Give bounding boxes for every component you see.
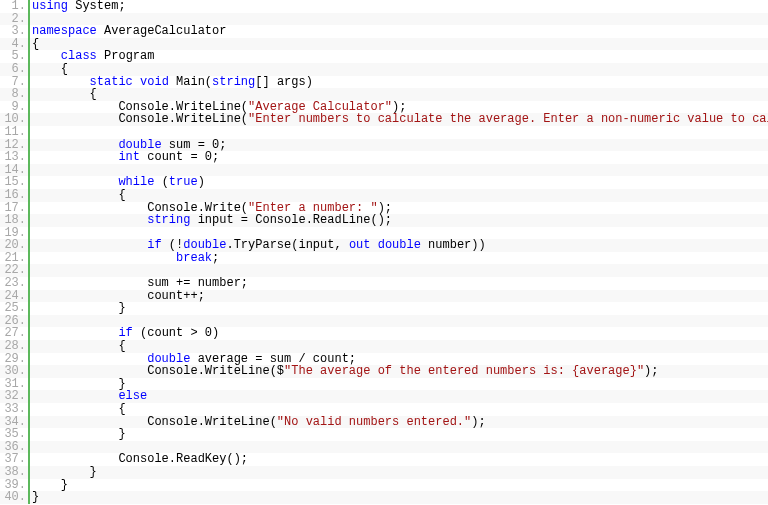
line-content: class Program [30,50,768,63]
code-token: } [32,490,39,504]
line-number: 30. [0,365,30,378]
line-content: } [30,479,768,492]
line-content: int count = 0; [30,151,768,164]
code-line: 5. class Program [0,50,768,63]
code-token: input = Console.ReadLine(); [190,213,392,227]
code-line: 3.namespace AverageCalculator [0,25,768,38]
line-content: if (count > 0) [30,327,768,340]
line-content: namespace AverageCalculator [30,25,768,38]
code-token: AverageCalculator [97,24,227,38]
code-token [32,251,176,265]
line-number: 40. [0,491,30,504]
code-line: 39. } [0,479,768,492]
code-line: 10. Console.WriteLine("Enter numbers to … [0,113,768,126]
code-token: (count > 0) [133,326,219,340]
code-token: string [212,75,255,89]
line-number: 16. [0,189,30,202]
code-editor: 1.using System;2.3.namespace AverageCalc… [0,0,768,504]
line-content: } [30,428,768,441]
code-token: ( [154,175,168,189]
code-token: ) [198,175,205,189]
line-content: Console.WriteLine("No valid numbers ente… [30,416,768,429]
line-content: using System; [30,0,768,13]
code-token: ; [212,251,219,265]
code-token: ); [644,364,658,378]
code-token: number)) [421,238,486,252]
code-token [32,150,118,164]
code-token [370,238,377,252]
line-number: 8. [0,88,30,101]
code-token: true [169,175,198,189]
code-line: 38. } [0,466,768,479]
line-content: Console.WriteLine("Enter numbers to calc… [30,113,768,126]
line-number: 1. [0,0,30,13]
code-token: ); [471,415,485,429]
line-content: Console.ReadKey(); [30,453,768,466]
code-line: 7. static void Main(string[] args) [0,76,768,89]
line-content: } [30,491,768,504]
line-content: Console.WriteLine($"The average of the e… [30,365,768,378]
code-line: 37. Console.ReadKey(); [0,453,768,466]
code-token: .TryParse(input, [226,238,348,252]
line-content: static void Main(string[] args) [30,76,768,89]
code-token: Program [97,49,155,63]
line-number: 11. [0,126,30,139]
line-number: 35. [0,428,30,441]
code-token: } [32,301,126,315]
line-number: 6. [0,63,30,76]
code-token [32,213,147,227]
line-content: break; [30,252,768,265]
code-token: System; [68,0,126,13]
code-token: } [32,427,126,441]
line-content: count++; [30,290,768,303]
code-token: Main( [169,75,212,89]
code-token: out [349,238,371,252]
code-token: Console.WriteLine( [32,112,248,126]
line-number: 28. [0,340,30,353]
line-content: } [30,302,768,315]
line-number: 38. [0,466,30,479]
line-number: 20. [0,239,30,252]
code-line: 25. } [0,302,768,315]
code-token: string [147,213,190,227]
code-token: void [140,75,169,89]
line-number: 33. [0,403,30,416]
code-token: break [176,251,212,265]
code-token: "No valid numbers entered." [277,415,471,429]
line-content: } [30,466,768,479]
code-token: int [118,150,140,164]
code-line: 35. } [0,428,768,441]
line-content: string input = Console.ReadLine(); [30,214,768,227]
code-line: 18. string input = Console.ReadLine(); [0,214,768,227]
code-token: "Enter numbers to calculate the average.… [248,112,768,126]
line-number: 23. [0,277,30,290]
code-line: 1.using System; [0,0,768,13]
code-line: 21. break; [0,252,768,265]
line-content: while (true) [30,176,768,189]
code-line: 13. int count = 0; [0,151,768,164]
code-token: "The average of the entered numbers is: … [284,364,644,378]
code-token: [] args) [255,75,313,89]
code-token: double [378,238,421,252]
line-number: 3. [0,25,30,38]
code-line: 40.} [0,491,768,504]
code-token [133,75,140,89]
line-number: 25. [0,302,30,315]
line-content: else [30,390,768,403]
line-number: 18. [0,214,30,227]
code-token: namespace [32,24,97,38]
line-number: 13. [0,151,30,164]
code-token: using [32,0,68,13]
code-token: count = 0; [140,150,219,164]
